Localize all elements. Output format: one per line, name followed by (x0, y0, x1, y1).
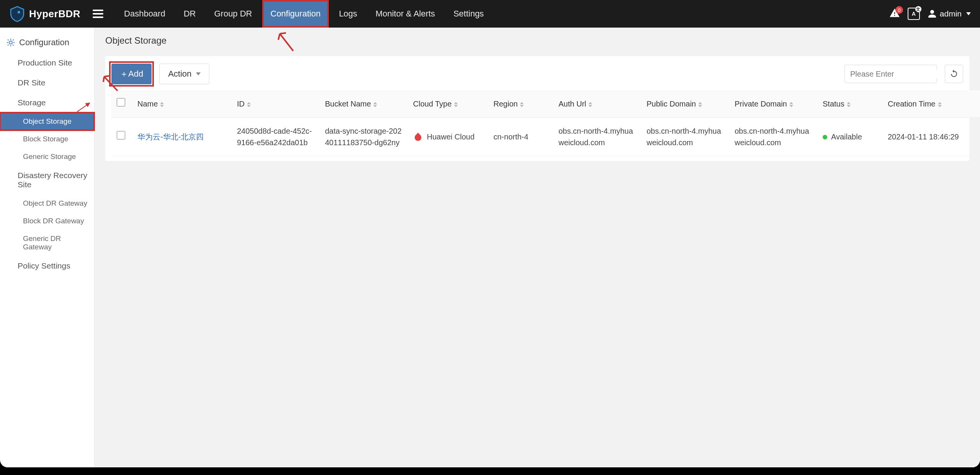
col-status[interactable]: Status (817, 90, 882, 118)
gear-icon (6, 38, 15, 47)
sidebar-item-disaster-recovery-site[interactable]: Disastery Recovery Site (0, 165, 94, 195)
sidebar-item-block-dr-gateway[interactable]: Block DR Gateway (0, 212, 94, 230)
col-private[interactable]: Private Domain (729, 90, 817, 118)
topbar: HyperBDR Dashboard DR Group DR Configura… (0, 0, 980, 28)
col-bucket[interactable]: Bucket Name (320, 90, 408, 118)
nav-dashboard[interactable]: Dashboard (116, 0, 174, 28)
sort-icon (847, 102, 851, 107)
logo: HyperBDR (9, 6, 80, 22)
huawei-icon (413, 132, 423, 142)
sort-icon (938, 102, 942, 107)
svg-point-0 (18, 11, 20, 13)
col-created[interactable]: Creation Time (882, 90, 980, 118)
nav-configuration[interactable]: Configuration (262, 0, 329, 28)
chevron-down-icon (196, 72, 201, 75)
chevron-down-icon (966, 12, 971, 15)
sidebar-heading: Configuration (0, 32, 94, 53)
sidebar-item-generic-dr-gateway[interactable]: Generic DR Gateway (0, 230, 94, 256)
refresh-button[interactable] (945, 65, 963, 83)
sort-icon (789, 102, 793, 107)
cell-cloud: Huawei Cloud (408, 118, 488, 156)
search-input[interactable] (850, 70, 947, 79)
col-name[interactable]: Name (132, 90, 232, 118)
page-title: Object Storage (105, 35, 969, 46)
user-icon (928, 9, 937, 18)
cell-name[interactable]: 华为云-华北-北京四 (137, 133, 204, 141)
toolbar: ＋Add Action (111, 64, 963, 84)
sidebar-item-block-storage[interactable]: Block Storage (0, 130, 94, 148)
alerts-icon[interactable]: 0 (889, 8, 900, 20)
sort-icon (373, 102, 377, 107)
main: Object Storage ＋Add Action (95, 28, 980, 467)
alert-badge: 0 (895, 6, 903, 14)
sort-icon (588, 102, 592, 107)
col-cloud[interactable]: Cloud Type (408, 90, 488, 118)
cell-authurl: obs.cn-north-4.myhuaweicloud.com (553, 118, 641, 156)
sidebar-item-dr-site[interactable]: DR Site (0, 73, 94, 93)
col-select-all[interactable] (111, 90, 132, 118)
nav-settings[interactable]: Settings (445, 0, 492, 28)
col-id[interactable]: ID (232, 90, 320, 118)
cell-region: cn-north-4 (488, 118, 553, 156)
language-icon[interactable]: A 文 (908, 8, 920, 20)
sidebar-item-storage[interactable]: Storage (0, 93, 94, 113)
refresh-icon (949, 69, 959, 79)
search-input-wrapper[interactable] (844, 65, 937, 83)
sort-icon (698, 102, 702, 107)
topbar-right: 0 A 文 admin (889, 8, 971, 20)
sort-icon (520, 102, 524, 107)
storage-table: Name ID Bucket Name Cloud Type Region Au… (111, 90, 980, 156)
user-menu[interactable]: admin (928, 9, 971, 18)
arrow-annotation-icon (77, 103, 90, 112)
nav-logs[interactable]: Logs (330, 0, 366, 28)
nav-dr[interactable]: DR (175, 0, 204, 28)
row-checkbox[interactable] (117, 131, 125, 139)
nav-monitor[interactable]: Monitor & Alerts (367, 0, 443, 28)
status-dot-icon (823, 135, 827, 139)
sidebar-item-object-dr-gateway[interactable]: Object DR Gateway (0, 195, 94, 212)
col-public[interactable]: Public Domain (641, 90, 729, 118)
top-nav: Dashboard DR Group DR Configuration Logs… (116, 0, 492, 28)
cell-private: obs.cn-north-4.myhuaweicloud.com (729, 118, 817, 156)
sidebar-item-object-storage[interactable]: Object Storage (0, 113, 94, 130)
shield-icon (9, 6, 25, 22)
svg-point-1 (9, 41, 12, 44)
sidebar-item-production-site[interactable]: Production Site (0, 53, 94, 73)
sidebar-item-policy-settings[interactable]: Policy Settings (0, 256, 94, 276)
sidebar: Configuration Production Site DR Site St… (0, 28, 95, 467)
cell-created: 2024-01-11 18:46:29 (882, 118, 980, 156)
cell-status: Available (817, 118, 882, 156)
hamburger-icon[interactable] (93, 10, 103, 18)
table-header-row: Name ID Bucket Name Cloud Type Region Au… (111, 90, 980, 118)
cell-bucket: data-sync-storage-20240111183750-dg62ny (320, 118, 408, 156)
sort-icon (247, 102, 251, 107)
brand-name: HyperBDR (29, 8, 80, 20)
cell-id: 24050d8d-cade-452c-9166-e56a242da01b (232, 118, 320, 156)
col-auth[interactable]: Auth Url (553, 90, 641, 118)
sort-icon (454, 102, 458, 107)
cell-public: obs.cn-north-4.myhuaweicloud.com (641, 118, 729, 156)
nav-group-dr[interactable]: Group DR (206, 0, 260, 28)
add-button[interactable]: ＋Add (111, 64, 152, 84)
content-panel: ＋Add Action (105, 56, 969, 161)
action-dropdown[interactable]: Action (159, 64, 209, 84)
user-name: admin (940, 9, 962, 18)
sort-icon (160, 102, 164, 107)
table-row[interactable]: 华为云-华北-北京四 24050d8d-cade-452c-9166-e56a2… (111, 118, 980, 156)
select-all-checkbox[interactable] (117, 98, 125, 106)
col-region[interactable]: Region (488, 90, 553, 118)
sidebar-item-generic-storage[interactable]: Generic Storage (0, 148, 94, 165)
